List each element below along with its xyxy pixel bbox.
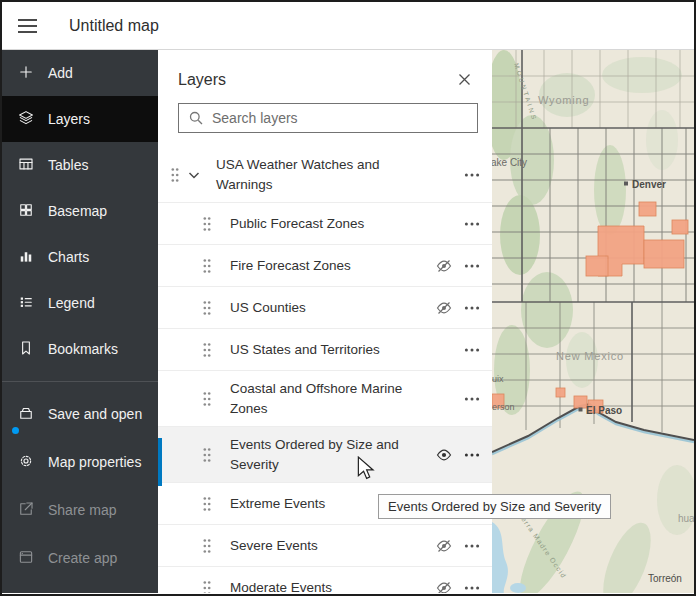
layer-options-icon[interactable] bbox=[462, 298, 482, 318]
drag-handle-icon[interactable] bbox=[202, 580, 212, 594]
layer-options-icon[interactable] bbox=[462, 165, 482, 185]
sidebar-item-basemap[interactable]: Basemap bbox=[2, 188, 158, 234]
table-icon bbox=[17, 155, 35, 176]
layer-row[interactable]: Severe Events bbox=[158, 525, 492, 567]
sidebar-item-add[interactable]: Add bbox=[2, 50, 158, 96]
sidebar-divider bbox=[2, 372, 158, 390]
sidebar-item-label: Bookmarks bbox=[48, 341, 118, 357]
drag-handle-icon[interactable] bbox=[202, 342, 212, 358]
hamburger-menu-icon[interactable] bbox=[18, 14, 42, 38]
layer-name: Moderate Events bbox=[230, 578, 332, 593]
sidebar-item-legend[interactable]: Legend bbox=[2, 280, 158, 326]
map-label-new-mexico: New Mexico bbox=[556, 350, 624, 362]
map-label-lake-city: ake City bbox=[492, 157, 527, 168]
layer-row[interactable]: US Counties bbox=[158, 287, 492, 329]
layer-options-icon[interactable] bbox=[462, 536, 482, 556]
chevron-down-icon[interactable] bbox=[186, 167, 202, 183]
layer-row[interactable]: Public Forecast Zones bbox=[158, 203, 492, 245]
sidebar-item-layers[interactable]: Layers bbox=[2, 96, 158, 142]
drag-handle-icon[interactable] bbox=[202, 496, 212, 512]
search-box bbox=[178, 103, 478, 133]
eye-slash-icon[interactable] bbox=[434, 298, 454, 318]
eye-slash-icon[interactable] bbox=[434, 578, 454, 594]
layer-options-icon[interactable] bbox=[462, 340, 482, 360]
layer-row[interactable]: Moderate Events bbox=[158, 567, 492, 593]
layer-options-icon[interactable] bbox=[462, 578, 482, 594]
layer-name: USA Weather Watches and Warnings bbox=[216, 155, 392, 193]
layer-options-icon[interactable] bbox=[462, 256, 482, 276]
layer-row-group[interactable]: USA Weather Watches and Warnings bbox=[158, 147, 492, 203]
basemap-icon bbox=[17, 201, 35, 222]
eye-icon[interactable] bbox=[434, 445, 454, 465]
sidebar-item-label: Layers bbox=[48, 111, 90, 127]
drag-handle-icon[interactable] bbox=[202, 300, 212, 316]
topbar: Untitled map bbox=[2, 2, 694, 50]
sidebar: Add Layers Tables Basemap Charts Legend bbox=[2, 50, 158, 593]
map-label-partial-1: uix bbox=[492, 374, 504, 384]
layer-name: Fire Forecast Zones bbox=[230, 256, 351, 275]
drag-handle-icon[interactable] bbox=[202, 216, 212, 232]
drag-handle-icon[interactable] bbox=[202, 258, 212, 274]
save-icon bbox=[17, 404, 35, 425]
sidebar-item-label: Legend bbox=[48, 295, 95, 311]
gear-icon bbox=[17, 452, 35, 473]
layer-row[interactable]: Fire Forecast Zones bbox=[158, 245, 492, 287]
layer-row-events-ordered[interactable]: Events Ordered by Size and Severity bbox=[158, 427, 492, 483]
sidebar-item-tables[interactable]: Tables bbox=[2, 142, 158, 188]
map-label-denver: Denver bbox=[632, 179, 666, 190]
sidebar-item-label: Add bbox=[48, 65, 73, 81]
layer-name: Public Forecast Zones bbox=[230, 214, 364, 233]
sidebar-item-charts[interactable]: Charts bbox=[2, 234, 158, 280]
layer-options-icon[interactable] bbox=[462, 214, 482, 234]
map-label-torreon: Torreón bbox=[648, 573, 682, 584]
app-icon bbox=[17, 548, 35, 569]
layer-row[interactable]: Coastal and Offshore Marine Zones bbox=[158, 371, 492, 427]
notification-dot bbox=[12, 427, 19, 434]
map-label-wyoming: Wyoming bbox=[538, 94, 589, 106]
sidebar-item-create-app[interactable]: Create app bbox=[2, 534, 158, 582]
sidebar-item-save-and-open[interactable]: Save and open bbox=[2, 390, 158, 438]
drag-handle-icon[interactable] bbox=[202, 391, 212, 407]
layer-name: Extreme Events bbox=[230, 494, 325, 513]
share-icon bbox=[17, 500, 35, 521]
map-label-el-paso: El Paso bbox=[586, 405, 622, 416]
panel-title: Layers bbox=[178, 71, 226, 89]
layer-options-icon[interactable] bbox=[462, 445, 482, 465]
sidebar-item-label: Map properties bbox=[48, 454, 141, 470]
sidebar-item-label: Create app bbox=[48, 550, 117, 566]
eye-slash-icon[interactable] bbox=[434, 536, 454, 556]
layer-list: USA Weather Watches and Warnings Public … bbox=[158, 147, 492, 593]
close-icon[interactable] bbox=[453, 68, 476, 91]
map-title: Untitled map bbox=[69, 17, 159, 35]
sidebar-item-map-properties[interactable]: Map properties bbox=[2, 438, 158, 486]
bar-chart-icon bbox=[17, 247, 35, 268]
layer-name: Events Ordered by Size and Severity bbox=[230, 435, 406, 473]
sidebar-item-bookmarks[interactable]: Bookmarks bbox=[2, 326, 158, 372]
legend-icon bbox=[17, 293, 35, 314]
sidebar-item-label: Charts bbox=[48, 249, 89, 265]
layer-row[interactable]: US States and Territories bbox=[158, 329, 492, 371]
eye-slash-icon[interactable] bbox=[434, 256, 454, 276]
drag-handle-icon[interactable] bbox=[170, 167, 180, 183]
search-icon bbox=[188, 110, 204, 126]
search-input[interactable] bbox=[212, 110, 468, 126]
map-label-partial-2: erson bbox=[492, 402, 515, 412]
layer-name: US States and Territories bbox=[230, 340, 380, 359]
layer-name: Severe Events bbox=[230, 536, 318, 555]
drag-handle-icon[interactable] bbox=[202, 538, 212, 554]
sidebar-item-share-map[interactable]: Share map bbox=[2, 486, 158, 534]
app-window: Untitled map Add Layers Tables Basemap bbox=[0, 0, 696, 596]
sidebar-item-label: Basemap bbox=[48, 203, 107, 219]
layer-name: US Counties bbox=[230, 298, 306, 317]
layer-name: Coastal and Offshore Marine Zones bbox=[230, 379, 406, 417]
layer-tooltip: Events Ordered by Size and Severity bbox=[378, 494, 611, 519]
active-panel-indicator bbox=[158, 438, 162, 486]
sidebar-item-label: Share map bbox=[48, 502, 116, 518]
sidebar-item-label: Tables bbox=[48, 157, 88, 173]
map-label-chihuahua: hua bbox=[678, 513, 694, 524]
sidebar-item-label: Save and open bbox=[48, 406, 142, 422]
layer-options-icon[interactable] bbox=[462, 389, 482, 409]
layers-icon bbox=[17, 109, 35, 130]
drag-handle-icon[interactable] bbox=[202, 447, 212, 463]
panel-header: Layers bbox=[158, 50, 492, 103]
